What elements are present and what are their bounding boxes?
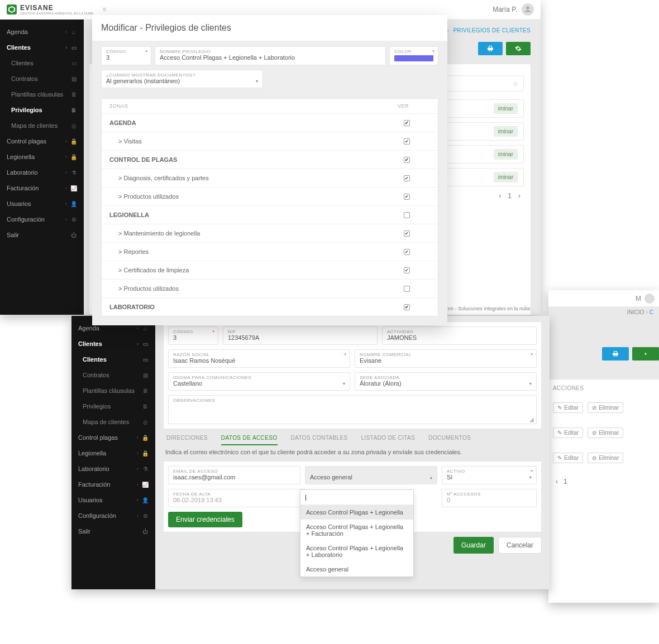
delete-pill[interactable]: iminar	[494, 172, 518, 182]
sidebar-sub-plantillas[interactable]: Plantillas cláusulas≣	[71, 383, 155, 398]
edit-button[interactable]: ✎ Editar	[553, 427, 583, 438]
pager-next[interactable]: ›	[515, 191, 524, 201]
acceso-option[interactable]: Acceso Control Plagas + Legionella + Fac…	[300, 520, 413, 541]
acceso-option[interactable]: Acceso Control Plagas + Legionella + Lab…	[300, 541, 413, 562]
ver-checkbox[interactable]	[404, 212, 410, 218]
ver-checkbox[interactable]	[404, 120, 410, 126]
sidebar-sub-privilegios[interactable]: Privilegios🗎	[0, 102, 84, 118]
sidebar-sub-mapa[interactable]: Mapa de clientes◎	[0, 118, 84, 133]
sidebar-sub-mapa[interactable]: Mapa de clientes◎	[71, 414, 155, 430]
hamburger-icon[interactable]: ≡	[102, 6, 106, 13]
sidebar-item-clientes[interactable]: Clientes‹▭	[0, 40, 84, 55]
print-button[interactable]	[602, 347, 629, 361]
email-input[interactable]	[173, 474, 295, 480]
sidebar-sub-privilegios[interactable]: Privilegios🗎	[71, 398, 155, 414]
acceso-option[interactable]: Acceso Control Plagas + Legionella	[300, 505, 413, 520]
ver-checkbox[interactable]	[404, 267, 410, 273]
add-button[interactable]	[506, 42, 531, 55]
sidebar-sub-clientes[interactable]: Clientes▭	[0, 55, 84, 71]
sidebar-sub-plantillas[interactable]: Plantillas cláusulas≣	[0, 86, 84, 102]
sidebar-sub-clientes[interactable]: Clientes▭	[71, 352, 155, 367]
codigo-field[interactable]: CÓDIGO*	[101, 46, 151, 65]
sidebar-item-laboratorio[interactable]: Laboratorio‹⚗	[0, 165, 84, 180]
print-button[interactable]	[478, 42, 503, 55]
sidebar-item-config[interactable]: Configuración‹⚙	[71, 508, 155, 523]
ver-checkbox[interactable]	[404, 249, 410, 255]
nombre-field[interactable]: NOMBRE PRIVILEGIO	[155, 46, 386, 65]
sidebar-item-config[interactable]: Configuración‹⚙	[0, 212, 84, 227]
sidebar-item-laboratorio[interactable]: Laboratorio‹⚗	[71, 461, 155, 477]
sidebar-item-facturacion[interactable]: Facturación‹📈	[71, 477, 155, 492]
delete-pill[interactable]: iminar	[494, 126, 518, 137]
codigo-input[interactable]	[106, 54, 146, 61]
acceso-search-input[interactable]	[305, 494, 409, 501]
idioma-field[interactable]: IDIOMA PARA COMUNICACIONESCastellano▾	[168, 372, 350, 391]
delete-pill[interactable]: iminar	[494, 103, 518, 114]
sidebar-item-salir[interactable]: Salir⏻	[0, 227, 84, 243]
observaciones-input[interactable]	[173, 403, 532, 419]
email-field[interactable]: EMAIL DE ACCESO	[168, 466, 300, 484]
tab-datos-contables[interactable]: DATOS CONTABLES	[291, 435, 348, 445]
nombrecom-input[interactable]	[360, 357, 532, 364]
sidebar-item-controlplagas[interactable]: Control plagas‹🔒	[0, 133, 84, 149]
codigo-input[interactable]	[173, 334, 213, 341]
sidebar-sub-contratos[interactable]: Contratos▤	[0, 71, 84, 86]
add-button[interactable]	[632, 347, 659, 361]
sidebar-item-legionella[interactable]: Legionella‹🔒	[0, 149, 84, 165]
sidebar-item-usuarios[interactable]: Usuarios‹👤	[71, 492, 155, 508]
ver-checkbox[interactable]	[404, 157, 410, 163]
sede-field[interactable]: SEDE ASOCIADAÁloratur (Álora)▾	[355, 372, 537, 391]
save-button[interactable]: Guardar	[453, 537, 494, 554]
nombrecom-field[interactable]: NOMBRE COMERCIAL*	[355, 349, 537, 368]
codigo-field[interactable]: CÓDIGO*	[168, 326, 218, 345]
nif-input[interactable]	[228, 334, 373, 341]
nif-field[interactable]: NIF	[223, 326, 378, 345]
sidebar-sub-contratos[interactable]: Contratos▤	[71, 367, 155, 383]
tab-documentos[interactable]: DOCUMENTOS	[428, 435, 471, 445]
sidebar-item-agenda[interactable]: Agenda‹⌂	[0, 24, 84, 40]
nombre-input[interactable]	[160, 54, 381, 61]
cancel-button[interactable]: Cancelar	[498, 537, 542, 554]
activo-field[interactable]: ACTIVO*Sí▾	[442, 466, 537, 484]
delete-button[interactable]: ⊘ Eliminar	[588, 427, 623, 438]
printer-icon	[487, 45, 494, 52]
edit-button[interactable]: ✎ Editar	[553, 453, 583, 463]
ver-checkbox[interactable]	[404, 304, 410, 310]
sidebar-item-controlplagas[interactable]: Control plagas‹🔒	[71, 430, 155, 445]
cuando-field[interactable]: ¿CUÁNDO MOSTRAR DOCUMENTOS?Al generarlos…	[101, 70, 263, 88]
ver-checkbox[interactable]	[404, 230, 410, 237]
sidebar-item-usuarios[interactable]: Usuarios‹👤	[0, 196, 84, 212]
razon-field[interactable]: RAZÓN SOCIAL*	[168, 349, 350, 368]
ver-checkbox[interactable]	[404, 175, 410, 181]
topbar-user-initial: M	[636, 295, 641, 302]
send-credentials-button[interactable]: Enviar credenciales	[168, 512, 242, 527]
razon-input[interactable]	[173, 357, 345, 364]
color-swatch[interactable]	[394, 55, 433, 61]
ver-checkbox[interactable]	[404, 138, 410, 145]
observaciones-field[interactable]: OBSERVACIONES◢	[168, 395, 537, 424]
topbar-user-name[interactable]: María P.	[493, 6, 517, 13]
sidebar-item-legionella[interactable]: Legionella‹🔒	[71, 445, 155, 461]
tab-listado-citas[interactable]: LISTADO DE CITAS	[361, 435, 416, 445]
sidebar-item-salir[interactable]: Salir⏻	[71, 523, 155, 539]
pager-prev[interactable]: ‹	[553, 477, 561, 487]
sidebar-item-clientes[interactable]: Clientes‹▭	[71, 336, 155, 352]
delete-pill[interactable]: iminar	[494, 149, 518, 160]
zone-row: > Diagnosis, certificados y partes	[102, 169, 438, 187]
ver-checkbox[interactable]	[404, 286, 410, 292]
color-field[interactable]: COLOR*	[389, 46, 438, 65]
acceso-select[interactable]: Acceso general▴	[305, 466, 437, 484]
acceso-option[interactable]: Acceso general	[300, 562, 413, 576]
sidebar-item-facturacion[interactable]: Facturación‹📈	[0, 180, 84, 196]
delete-button[interactable]: ⊘ Eliminar	[588, 453, 623, 463]
pager-prev[interactable]: ‹	[495, 191, 504, 201]
ver-checkbox[interactable]	[404, 194, 410, 200]
tab-datos-acceso[interactable]: DATOS DE ACCESO	[221, 435, 278, 445]
delete-button[interactable]: ⊘ Eliminar	[588, 402, 623, 413]
actividad-field[interactable]: ACTIVIDAD	[382, 326, 537, 345]
edit-button[interactable]: ✎ Editar	[553, 402, 583, 413]
tab-direcciones[interactable]: DIRECCIONES	[166, 435, 208, 445]
avatar-icon[interactable]	[522, 3, 534, 16]
avatar-icon[interactable]	[644, 294, 655, 304]
actividad-input[interactable]	[387, 334, 532, 341]
